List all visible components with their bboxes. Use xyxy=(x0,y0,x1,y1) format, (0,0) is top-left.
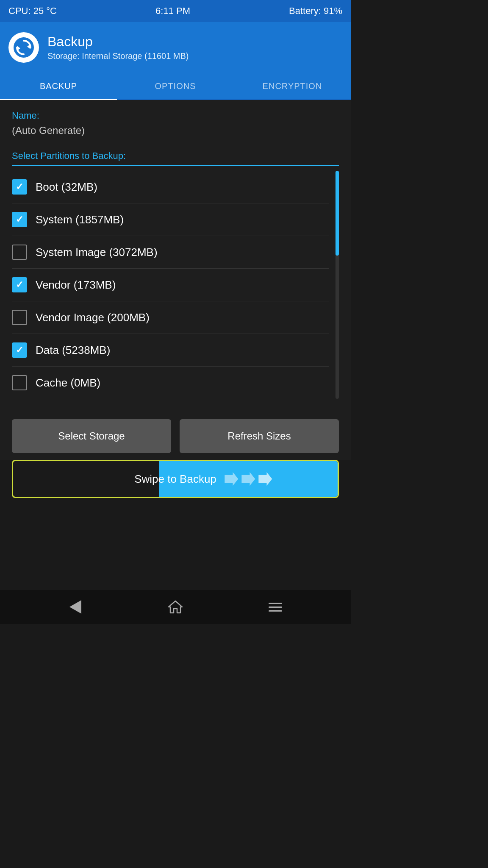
partition-data-label: Data (5238MB) xyxy=(36,344,110,357)
home-button[interactable] xyxy=(168,599,183,615)
arrow-1-icon xyxy=(225,472,238,486)
app-subtitle: Storage: Internal Storage (11601 MB) xyxy=(47,51,189,61)
tab-backup[interactable]: BACKUP xyxy=(0,73,117,99)
back-button[interactable] xyxy=(68,599,83,615)
partition-system-label: System (1857MB) xyxy=(36,213,124,226)
partition-boot-label: Boot (32MB) xyxy=(36,181,97,194)
partition-vendor[interactable]: Vendor (173MB) xyxy=(12,269,329,301)
partition-vendor-image-label: Vendor Image (200MB) xyxy=(36,311,150,324)
partition-list: Boot (32MB) System (1857MB) System Image… xyxy=(12,171,339,399)
partition-cache-label: Cache (0MB) xyxy=(36,376,100,389)
navigation-bar xyxy=(0,590,351,624)
checkbox-cache[interactable] xyxy=(12,375,27,390)
partition-system-image[interactable]: System Image (3072MB) xyxy=(12,236,329,269)
refresh-sizes-button[interactable]: Refresh Sizes xyxy=(180,419,339,453)
partitions-label: Select Partitions to Backup: xyxy=(12,150,339,166)
home-icon xyxy=(168,599,183,615)
arrow-3-icon xyxy=(258,472,272,486)
checkbox-system-image[interactable] xyxy=(12,245,27,260)
menu-button[interactable] xyxy=(268,599,283,615)
app-title: Backup xyxy=(47,34,189,50)
checkbox-vendor[interactable] xyxy=(12,277,27,292)
battery-status: Battery: 91% xyxy=(289,6,342,17)
app-header: Backup Storage: Internal Storage (11601 … xyxy=(0,22,351,73)
tab-encryption[interactable]: ENCRYPTION xyxy=(234,73,351,99)
partition-data[interactable]: Data (5238MB) xyxy=(12,334,329,367)
partition-system-image-label: System Image (3072MB) xyxy=(36,246,158,259)
backup-icon xyxy=(13,36,35,58)
partition-cache[interactable]: Cache (0MB) xyxy=(12,367,329,399)
status-bar: CPU: 25 °C 6:11 PM Battery: 91% xyxy=(0,0,351,22)
checkbox-vendor-image[interactable] xyxy=(12,310,27,325)
main-content: Name: (Auto Generate) Select Partitions … xyxy=(0,100,351,409)
arrow-2-icon xyxy=(241,472,255,486)
checkbox-system[interactable] xyxy=(12,212,27,227)
partition-vendor-image[interactable]: Vendor Image (200MB) xyxy=(12,301,329,334)
header-text: Backup Storage: Internal Storage (11601 … xyxy=(47,34,189,61)
checkbox-data[interactable] xyxy=(12,342,27,358)
partition-vendor-label: Vendor (173MB) xyxy=(36,278,116,292)
app-icon xyxy=(8,32,39,63)
back-icon xyxy=(69,600,81,614)
cpu-status: CPU: 25 °C xyxy=(8,6,57,17)
select-storage-button[interactable]: Select Storage xyxy=(12,419,171,453)
name-value[interactable]: (Auto Generate) xyxy=(12,125,339,140)
partition-list-container: Boot (32MB) System (1857MB) System Image… xyxy=(12,171,339,399)
scrollbar-track[interactable] xyxy=(336,171,339,399)
action-buttons: Select Storage Refresh Sizes xyxy=(0,409,351,460)
swipe-backup-button[interactable]: Swipe to Backup xyxy=(12,460,339,498)
tab-options[interactable]: OPTIONS xyxy=(117,73,234,99)
partition-boot[interactable]: Boot (32MB) xyxy=(12,171,329,203)
tab-bar: BACKUP OPTIONS ENCRYPTION xyxy=(0,73,351,100)
time-status: 6:11 PM xyxy=(155,6,190,17)
partition-system[interactable]: System (1857MB) xyxy=(12,203,329,236)
scrollbar-thumb[interactable] xyxy=(336,171,339,256)
svg-marker-3 xyxy=(169,601,182,613)
menu-icon xyxy=(269,603,282,612)
swipe-blue-area xyxy=(159,461,338,497)
name-label: Name: xyxy=(12,110,339,121)
checkbox-boot[interactable] xyxy=(12,179,27,195)
